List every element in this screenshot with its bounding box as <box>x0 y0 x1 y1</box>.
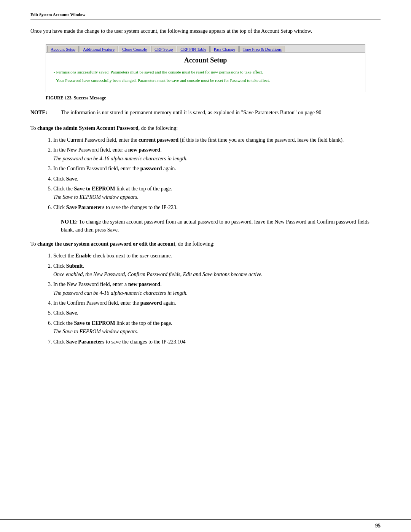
tab-crp-setup[interactable]: CRP Setup <box>151 46 176 52</box>
step-1-2: In the New Password field, enter a new p… <box>53 146 381 163</box>
tab-clone-console[interactable]: Clone Console <box>119 46 150 52</box>
screenshot-content: Account Setup - Permissions successfully… <box>46 53 365 92</box>
note-text-1: The information is not stored in permane… <box>61 109 381 117</box>
page-number: 95 <box>375 523 381 529</box>
step-1-3: In the Confirm Password field, enter the… <box>53 165 381 173</box>
step-2-4: In the Confirm Password field, enter the… <box>53 299 381 307</box>
tab-account-setup[interactable]: Account Setup <box>47 46 79 52</box>
step-1-5: Click the Save to EEPROM link at the top… <box>53 185 381 202</box>
header-bar: Edit System Accounts Window <box>30 11 381 19</box>
figure-caption: FIGURE 123. Success Message <box>46 95 365 101</box>
step-1-4: Click Save. <box>53 175 381 183</box>
section1-intro: To change the admin System Account Passw… <box>30 124 381 132</box>
step-2-2: Click Submit. Once enabled, the New Pass… <box>53 262 381 279</box>
footer: 95 <box>0 519 411 532</box>
tab-crp-pin-table[interactable]: CRP PIN Table <box>177 46 210 52</box>
tab-additional-feature[interactable]: Additional Feature <box>80 46 118 52</box>
note-label-1: NOTE: <box>30 109 61 117</box>
screenshot-title: Account Setup <box>54 56 357 64</box>
step-2-5: Click Save. <box>53 309 381 317</box>
section2-steps: Select the Enable check box next to the … <box>53 252 381 346</box>
header-label: Edit System Accounts Window <box>30 12 85 17</box>
step-1-6: Click Save Parameters to save the change… <box>53 203 381 212</box>
section2-intro: To change the user system account passwo… <box>30 240 381 248</box>
section1-steps: In the Current Password field, enter the… <box>53 136 381 212</box>
step-2-7: Click Save Parameters to save the change… <box>53 338 381 346</box>
step-2-6: Click the Save to EEPROM link at the top… <box>53 319 381 336</box>
screenshot-window: Account Setup Additional Feature Clone C… <box>46 44 365 92</box>
figure-title: Success Message <box>74 95 106 101</box>
step-1-1: In the Current Password field, enter the… <box>53 136 381 144</box>
sub-note-block: NOTE: To change the system account passw… <box>61 218 381 234</box>
figure-label: FIGURE 123. <box>46 95 73 101</box>
success-msg-1: - Permissions successfully saved. Parame… <box>54 69 357 75</box>
sub-note-label: NOTE: <box>61 219 78 225</box>
step-2-1: Select the Enable check box next to the … <box>53 252 381 260</box>
step-2-3: In the New Password field, enter a new p… <box>53 280 381 297</box>
tab-bar: Account Setup Additional Feature Clone C… <box>46 45 365 53</box>
tab-pass-change[interactable]: Pass Change <box>210 46 239 52</box>
note-block-1: NOTE: The information is not stored in p… <box>30 109 381 117</box>
success-msg-2: - Your Password have successfully been c… <box>54 77 357 83</box>
intro-text: Once you have made the change to the use… <box>30 27 381 35</box>
tab-tone-freq[interactable]: Tone Freq & Durations <box>239 46 285 52</box>
